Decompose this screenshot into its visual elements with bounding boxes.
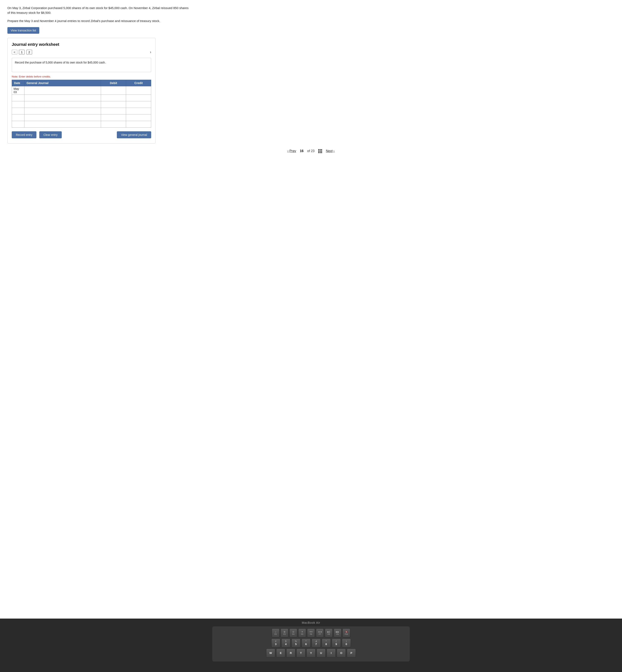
key-f10[interactable]: 🔇F10 bbox=[343, 628, 350, 637]
keyboard-area: MacBook Air ☼F2 ⊞F3 ⊡F4 ✦F5 ✦✦F6 ◄◄F7 ▶∥… bbox=[0, 619, 622, 672]
key-9[interactable]: (9 bbox=[332, 638, 341, 647]
key-o[interactable]: O bbox=[337, 648, 346, 658]
row-date-1: May 03 bbox=[12, 86, 25, 95]
table-row bbox=[12, 101, 151, 108]
row-debit-4[interactable] bbox=[101, 108, 126, 114]
key-0[interactable]: )0 bbox=[342, 638, 351, 647]
key-y[interactable]: Y bbox=[307, 648, 315, 658]
tab-2[interactable]: 2 bbox=[26, 50, 32, 54]
debit-input-6[interactable] bbox=[101, 121, 126, 127]
page-total: of 23 bbox=[307, 149, 315, 153]
debit-input-4[interactable] bbox=[101, 108, 126, 114]
debit-input-5[interactable] bbox=[101, 114, 126, 121]
key-f8[interactable]: ▶∥F8 bbox=[325, 628, 333, 637]
table-row: May 03 bbox=[12, 86, 151, 95]
number-key-row: #3 $4 %5 ^6 -&7 *8 (9 )0 bbox=[215, 638, 407, 647]
key-f3[interactable]: ⊞F3 bbox=[281, 628, 288, 637]
row-gj-5[interactable] bbox=[24, 114, 101, 121]
key-6[interactable]: ^6 bbox=[302, 638, 311, 647]
row-debit-1[interactable] bbox=[101, 86, 126, 95]
key-f5[interactable]: ✦F5 bbox=[298, 628, 306, 637]
key-f2[interactable]: ☼F2 bbox=[272, 628, 280, 637]
credit-input-6[interactable] bbox=[126, 121, 151, 127]
gj-input-5[interactable] bbox=[25, 114, 101, 121]
worksheet-nav: < 1 2 › bbox=[12, 50, 151, 54]
row-credit-1[interactable] bbox=[126, 86, 151, 95]
row-date-6 bbox=[12, 121, 25, 127]
row-debit-6[interactable] bbox=[101, 121, 126, 127]
row-date-3 bbox=[12, 101, 25, 108]
key-4[interactable]: $4 bbox=[281, 638, 290, 647]
key-3[interactable]: #3 bbox=[271, 638, 280, 647]
key-e[interactable]: E bbox=[276, 648, 285, 658]
actions-row: Record entry Clear entry View general jo… bbox=[12, 131, 151, 138]
next-chevron-icon: › bbox=[334, 149, 335, 153]
journal-table: Date General Journal Debit Credit May 03 bbox=[12, 80, 151, 127]
row-gj-4[interactable] bbox=[24, 108, 101, 114]
fn-key-row: ☼F2 ⊞F3 ⊡F4 ✦F5 ✦✦F6 ◄◄F7 ▶∥F8 ▶▶F9 🔇F10 bbox=[215, 628, 407, 637]
row-credit-4[interactable] bbox=[126, 108, 151, 114]
nav-next-chevron[interactable]: › bbox=[150, 50, 151, 54]
gj-input-1[interactable] bbox=[25, 86, 101, 95]
row-credit-3[interactable] bbox=[126, 101, 151, 108]
credit-input-2[interactable] bbox=[126, 95, 151, 101]
pagination: ‹ Prev 16 of 23 Next › bbox=[7, 143, 615, 157]
tab-1[interactable]: 1 bbox=[19, 50, 25, 54]
worksheet-title: Journal entry worksheet bbox=[12, 42, 151, 47]
row-gj-2[interactable] bbox=[24, 95, 101, 101]
debit-input-3[interactable] bbox=[101, 101, 126, 108]
note-text: Note: Enter debits before credits. bbox=[12, 75, 151, 78]
record-entry-button[interactable]: Record entry bbox=[12, 131, 36, 138]
debit-input-2[interactable] bbox=[101, 95, 126, 101]
row-credit-5[interactable] bbox=[126, 114, 151, 121]
row-gj-1[interactable] bbox=[24, 86, 101, 95]
key-f9[interactable]: ▶▶F9 bbox=[334, 628, 341, 637]
row-credit-6[interactable] bbox=[126, 121, 151, 127]
prev-chevron-icon: ‹ bbox=[287, 149, 288, 153]
row-credit-2[interactable] bbox=[126, 95, 151, 101]
debit-input-1[interactable] bbox=[101, 86, 126, 95]
nav-prev-button[interactable]: < bbox=[12, 50, 17, 54]
gj-input-4[interactable] bbox=[25, 108, 101, 114]
macbook-label: MacBook Air bbox=[302, 621, 320, 624]
key-p[interactable]: P bbox=[347, 648, 356, 658]
key-r[interactable]: R bbox=[286, 648, 296, 658]
gj-input-2[interactable] bbox=[25, 95, 101, 101]
key-7[interactable]: -&7 bbox=[312, 638, 321, 647]
keyboard: ☼F2 ⊞F3 ⊡F4 ✦F5 ✦✦F6 ◄◄F7 ▶∥F8 ▶▶F9 🔇F10… bbox=[212, 626, 410, 662]
row-debit-5[interactable] bbox=[101, 114, 126, 121]
next-button[interactable]: Next › bbox=[326, 149, 335, 153]
row-debit-3[interactable] bbox=[101, 101, 126, 108]
table-row bbox=[12, 95, 151, 101]
row-gj-6[interactable] bbox=[24, 121, 101, 127]
key-8[interactable]: *8 bbox=[322, 638, 331, 647]
row-debit-2[interactable] bbox=[101, 95, 126, 101]
view-transaction-button[interactable]: View transaction list bbox=[7, 27, 39, 34]
letter-key-row: W E R T Y U I O P bbox=[215, 648, 407, 658]
row-gj-3[interactable] bbox=[24, 101, 101, 108]
key-f7[interactable]: ◄◄F7 bbox=[316, 628, 324, 637]
row-date-5 bbox=[12, 114, 25, 121]
key-w[interactable]: W bbox=[266, 648, 275, 658]
credit-input-4[interactable] bbox=[126, 108, 151, 114]
prepare-text: Prepare the May 3 and November 4 journal… bbox=[7, 19, 193, 24]
credit-input-3[interactable] bbox=[126, 101, 151, 108]
current-page: 16 bbox=[300, 149, 304, 153]
grid-icon[interactable] bbox=[318, 149, 322, 153]
key-u[interactable]: U bbox=[317, 648, 325, 658]
credit-input-1[interactable] bbox=[126, 86, 151, 95]
key-i[interactable]: I bbox=[326, 648, 336, 658]
prev-button[interactable]: ‹ Prev bbox=[287, 149, 296, 153]
col-header-debit: Debit bbox=[101, 80, 126, 86]
col-header-gj: General Journal bbox=[24, 80, 101, 86]
gj-input-3[interactable] bbox=[25, 101, 101, 108]
gj-input-6[interactable] bbox=[25, 121, 101, 127]
key-t[interactable]: T bbox=[297, 648, 306, 658]
clear-entry-button[interactable]: Clear entry bbox=[39, 131, 62, 138]
col-header-credit: Credit bbox=[126, 80, 151, 86]
view-general-journal-button[interactable]: View general journal bbox=[117, 131, 151, 138]
key-f4[interactable]: ⊡F4 bbox=[289, 628, 297, 637]
credit-input-5[interactable] bbox=[126, 114, 151, 121]
key-5[interactable]: %5 bbox=[291, 638, 301, 647]
key-f6[interactable]: ✦✦F6 bbox=[307, 628, 315, 637]
